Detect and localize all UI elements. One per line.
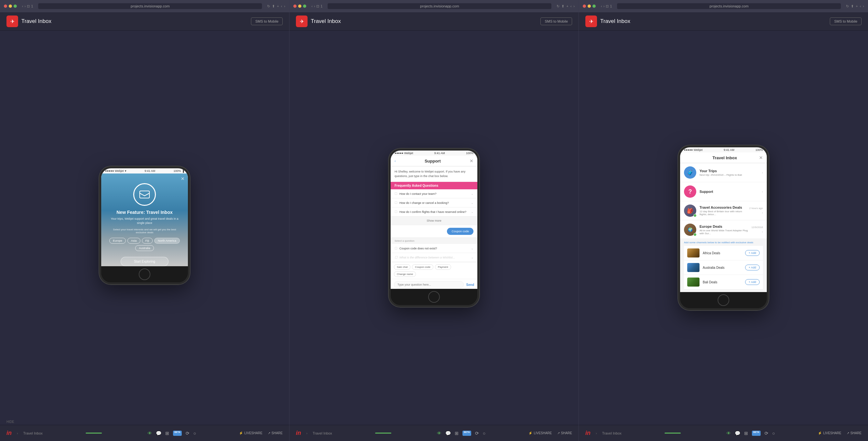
url-bar-3[interactable]: projects.invisionapp.com bbox=[617, 3, 841, 9]
dot-green-3[interactable] bbox=[592, 4, 596, 8]
sms-button-3[interactable]: SMS to Mobile bbox=[830, 18, 862, 25]
list-item-accessories[interactable]: 🎒 Travel Accessories Deals 12 day Best o… bbox=[680, 201, 767, 220]
url-bar-2[interactable]: projects.invisionapp.com bbox=[328, 3, 551, 9]
home-button-2[interactable] bbox=[428, 291, 440, 303]
share-icon-3[interactable]: ⬆ bbox=[851, 4, 854, 8]
quick-reply-change-name[interactable]: Change name bbox=[394, 271, 416, 277]
sync-icon-1[interactable]: ⟳ bbox=[186, 431, 189, 436]
faq-item-4[interactable]: ☐ Coupon code does not exist? ⌄ bbox=[391, 244, 477, 253]
comment-icon-2[interactable]: 💬 bbox=[445, 431, 451, 436]
sync-icon-3[interactable]: ⟳ bbox=[765, 431, 768, 436]
dot-yellow-1[interactable] bbox=[9, 4, 12, 8]
list-item-trips[interactable]: 🧳 Your Trips Next trip: 25/10/2016 – Fli… bbox=[680, 163, 767, 182]
add-tab-icon-2[interactable]: + bbox=[566, 4, 568, 8]
faq-item-1[interactable]: ☐ How do I contact your team? ⌄ bbox=[391, 189, 477, 198]
liveshare-btn-1[interactable]: ⚡ LIVESHARE bbox=[239, 431, 262, 435]
toolbar-breadcrumb-2[interactable]: Travel Inbox bbox=[313, 431, 332, 435]
nav-forward-1[interactable]: › bbox=[25, 4, 26, 8]
grid-icon-2[interactable]: ⊞ bbox=[455, 431, 459, 436]
nav-square-2[interactable]: ⊡ bbox=[316, 4, 319, 8]
tag-asia[interactable]: Asia bbox=[127, 238, 141, 244]
back-btn-2[interactable]: ‹ bbox=[395, 159, 396, 163]
nav-prev-icon-2[interactable]: ‹ bbox=[570, 4, 572, 8]
eye-icon-2[interactable]: 👁 bbox=[437, 431, 441, 436]
share-btn-2[interactable]: ↗ SHARE bbox=[557, 431, 572, 435]
africa-add-btn[interactable]: + Add bbox=[745, 250, 760, 256]
reload-icon-2[interactable]: ↻ bbox=[557, 4, 559, 8]
dot-yellow-3[interactable] bbox=[588, 4, 591, 8]
comment-icon-1[interactable]: 💬 bbox=[156, 431, 161, 436]
sync-icon-2[interactable]: ⟳ bbox=[475, 431, 479, 436]
dot-green-2[interactable] bbox=[303, 4, 306, 8]
tag-north-america[interactable]: North America bbox=[154, 238, 180, 244]
eye-icon-1[interactable]: 👁 bbox=[148, 431, 152, 436]
hide-label-1[interactable]: HIDE bbox=[0, 420, 289, 425]
nav-prev-icon-1[interactable]: ‹ bbox=[281, 4, 282, 8]
faq-item-2[interactable]: ☐ How do I change or cancel a booking? ⌄ bbox=[391, 198, 477, 207]
sms-button-2[interactable]: SMS to Mobile bbox=[540, 18, 572, 25]
dot-green-1[interactable] bbox=[13, 4, 17, 8]
tag-europe[interactable]: Europe bbox=[109, 238, 126, 244]
add-tab-icon-3[interactable]: + bbox=[856, 4, 858, 8]
toolbar-arrow-2[interactable]: › bbox=[306, 431, 308, 435]
message-input[interactable] bbox=[394, 281, 464, 288]
nav-square-1[interactable]: ⊡ bbox=[27, 4, 30, 8]
toolbar-breadcrumb-1[interactable]: Travel Inbox bbox=[23, 431, 43, 435]
toolbar-arrow-3[interactable]: › bbox=[596, 431, 597, 435]
share-btn-1[interactable]: ↗ SHARE bbox=[268, 431, 283, 435]
nav-forward-2[interactable]: › bbox=[314, 4, 315, 8]
nav-back-3[interactable]: ‹ bbox=[601, 4, 602, 8]
screen2-show-more[interactable]: Show more bbox=[391, 216, 477, 225]
reload-icon-3[interactable]: ↻ bbox=[846, 4, 849, 8]
nav-square-3[interactable]: ⊡ bbox=[606, 4, 609, 8]
dot-red-2[interactable] bbox=[293, 4, 297, 8]
bali-add-btn[interactable]: + Add bbox=[745, 279, 760, 285]
dot-red-1[interactable] bbox=[4, 4, 7, 8]
grid-icon-1[interactable]: ⊞ bbox=[165, 431, 169, 436]
faq-item-3[interactable]: ☐ How do I confirm flights that I have r… bbox=[391, 207, 477, 216]
home-button-1[interactable] bbox=[139, 269, 150, 280]
screen3-close[interactable]: ✕ bbox=[759, 155, 763, 160]
australia-add-btn[interactable]: + Add bbox=[745, 265, 760, 270]
nav-next-icon-2[interactable]: › bbox=[574, 4, 575, 8]
list-item-australia[interactable]: Australia Deals + Add bbox=[684, 261, 763, 275]
reload-icon-1[interactable]: ↻ bbox=[267, 4, 270, 8]
eye-icon-3[interactable]: 👁 bbox=[726, 431, 731, 436]
toolbar-arrow-1[interactable]: › bbox=[17, 431, 18, 435]
sms-button-1[interactable]: SMS to Mobile bbox=[251, 18, 283, 25]
dot-red-3[interactable] bbox=[583, 4, 586, 8]
tag-fiji[interactable]: Fiji bbox=[142, 238, 153, 244]
faq-item-5[interactable]: ☐ What is the difference between a Wishl… bbox=[391, 253, 477, 262]
grid-icon-3[interactable]: ⊞ bbox=[744, 431, 748, 436]
screen2-close[interactable]: ✕ bbox=[470, 158, 473, 164]
coupon-btn[interactable]: Coupon code bbox=[447, 228, 473, 235]
quick-reply-sale-chat[interactable]: Sale chat bbox=[394, 264, 410, 270]
comment-icon-3[interactable]: 💬 bbox=[735, 431, 740, 436]
list-item-support[interactable]: ? Support › bbox=[680, 182, 767, 201]
list-item-bali[interactable]: Bali Deals + Add bbox=[684, 275, 763, 290]
dot-yellow-2[interactable] bbox=[298, 4, 301, 8]
circle-icon-2[interactable]: ○ bbox=[483, 431, 486, 436]
nav-next-icon-1[interactable]: › bbox=[284, 4, 285, 8]
nav-back-1[interactable]: ‹ bbox=[22, 4, 23, 8]
home-button-3[interactable] bbox=[718, 294, 729, 306]
nav-forward-3[interactable]: › bbox=[603, 4, 605, 8]
share-btn-3[interactable]: ↗ SHARE bbox=[847, 431, 862, 435]
nav-prev-icon-3[interactable]: ‹ bbox=[860, 4, 861, 8]
tag-australia[interactable]: Australia bbox=[135, 245, 154, 251]
liveshare-btn-3[interactable]: ⚡ LIVESHARE bbox=[818, 431, 841, 435]
circle-icon-1[interactable]: ○ bbox=[193, 431, 196, 436]
nav-next-icon-3[interactable]: › bbox=[863, 4, 864, 8]
add-tab-icon-1[interactable]: + bbox=[277, 4, 279, 8]
screen1-close-btn[interactable]: ✕ bbox=[181, 176, 185, 181]
explore-button[interactable]: Start Exploring bbox=[121, 257, 168, 266]
url-bar-1[interactable]: projects.invisionapp.com bbox=[38, 3, 262, 9]
send-btn[interactable]: Send bbox=[466, 283, 474, 286]
list-item-africa[interactable]: Africa Deals + Add bbox=[684, 246, 763, 261]
share-icon-2[interactable]: ⬆ bbox=[561, 4, 564, 8]
circle-icon-3[interactable]: ○ bbox=[772, 431, 775, 436]
list-item-europe[interactable]: 🌍 Europe Deals All-in-one World Wide Tra… bbox=[680, 220, 767, 238]
quick-reply-payment[interactable]: Payment bbox=[435, 264, 451, 270]
toolbar-breadcrumb-3[interactable]: Travel Inbox bbox=[602, 431, 622, 435]
quick-reply-coupon[interactable]: Coupon code bbox=[412, 264, 433, 270]
